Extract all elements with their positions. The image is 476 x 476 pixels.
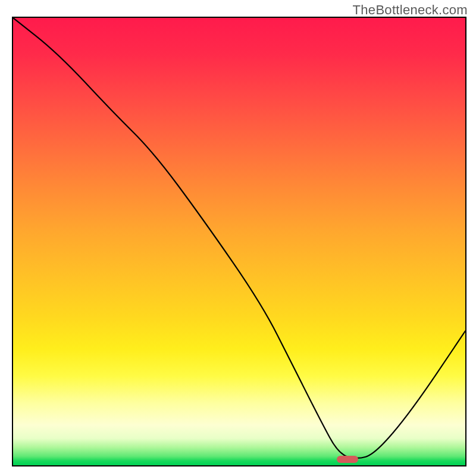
bottleneck-curve-path: [13, 18, 465, 458]
line-plot: [13, 18, 465, 465]
plot-area: [12, 17, 466, 466]
watermark-text: TheBottleneck.com: [353, 2, 468, 18]
optimal-marker: [337, 456, 358, 463]
chart-frame: TheBottleneck.com: [0, 0, 476, 476]
